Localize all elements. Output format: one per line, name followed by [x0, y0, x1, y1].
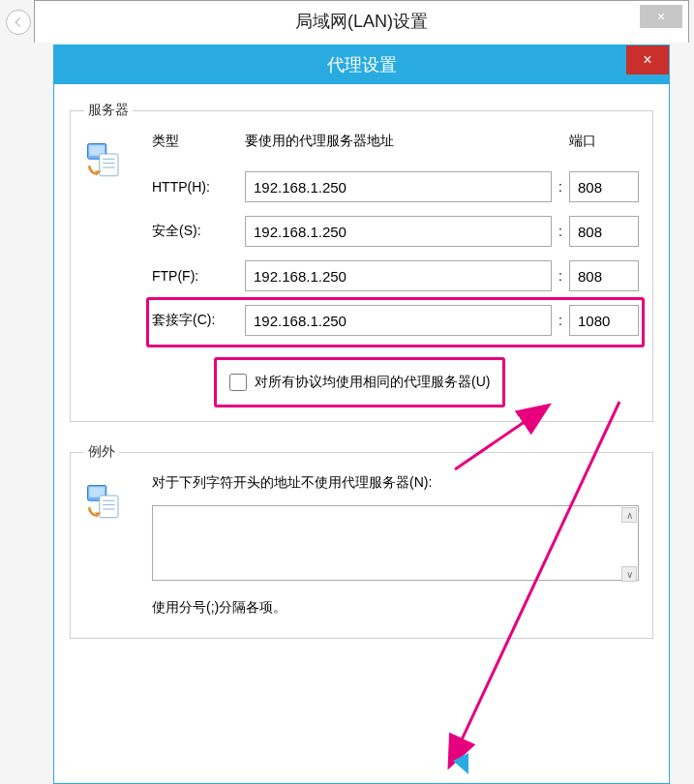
socks-label: 套接字(C): — [152, 312, 245, 329]
ftp-port-input[interactable] — [569, 260, 639, 291]
same-proxy-checkbox[interactable] — [229, 374, 247, 391]
lan-close-button[interactable]: × — [640, 5, 682, 28]
header-address: 要使用的代理服务器地址 — [245, 133, 552, 150]
close-icon: × — [643, 51, 651, 69]
proxy-titlebar: 代理设置 × — [54, 45, 669, 84]
server-group-legend: 服务器 — [84, 102, 133, 119]
http-address-input[interactable] — [245, 171, 552, 202]
colon: : — [552, 313, 569, 328]
http-label: HTTP(H): — [152, 179, 245, 195]
dialog-body: 服务器 类型 要使用的代理服务器地址 端口 — [54, 84, 669, 670]
row-ftp: FTP(F): : — [152, 260, 639, 291]
secure-label: 安全(S): — [152, 223, 245, 240]
proxy-title: 代理设置 — [327, 53, 397, 76]
http-port-input[interactable] — [569, 171, 639, 202]
exceptions-icon — [84, 482, 125, 523]
ftp-address-input[interactable] — [245, 260, 552, 291]
header-type: 类型 — [152, 133, 245, 150]
same-proxy-row[interactable]: 对所有协议均使用相同的代理服务器(U) — [220, 361, 499, 404]
colon: : — [552, 268, 569, 284]
svg-rect-2 — [100, 154, 118, 176]
close-icon: × — [657, 9, 665, 24]
exceptions-note: 使用分号(;)分隔各项。 — [152, 599, 639, 617]
row-socks: 套接字(C): : — [152, 305, 639, 336]
header-port: 端口 — [569, 133, 639, 150]
proxy-settings-dialog: 代理设置 × 服务器 类 — [53, 45, 670, 784]
chevron-left-icon — [12, 15, 25, 29]
lan-settings-window: 局域网(LAN)设置 × — [34, 0, 689, 43]
secure-port-input[interactable] — [569, 216, 639, 247]
exceptions-label: 对于下列字符开头的地址不使用代理服务器(N): — [152, 474, 639, 492]
textarea-scroll-down[interactable]: ∨ — [621, 566, 637, 582]
exceptions-textarea[interactable] — [152, 505, 639, 581]
server-headers: 类型 要使用的代理服务器地址 端口 — [152, 133, 639, 150]
secure-address-input[interactable] — [245, 216, 552, 247]
exceptions-legend: 例外 — [84, 443, 119, 461]
socks-address-input[interactable] — [245, 305, 552, 336]
same-proxy-label: 对所有协议均使用相同的代理服务器(U) — [255, 374, 490, 391]
row-secure: 安全(S): : — [152, 216, 639, 247]
back-button[interactable] — [6, 10, 31, 35]
colon: : — [552, 179, 569, 195]
svg-rect-9 — [100, 496, 118, 518]
colon: : — [552, 224, 569, 239]
row-http: HTTP(H): : — [152, 171, 639, 202]
textarea-scroll-up[interactable]: ∧ — [621, 507, 637, 523]
lan-settings-title: 局域网(LAN)设置 — [35, 1, 688, 42]
server-icon — [84, 140, 125, 181]
server-group: 服务器 类型 要使用的代理服务器地址 端口 — [70, 102, 653, 422]
server-grid: 类型 要使用的代理服务器地址 端口 HTTP(H): : 安全(S): : — [152, 133, 639, 404]
exceptions-body: 对于下列字符开头的地址不使用代理服务器(N): ∧ ∨ 使用分号(;)分隔各项。 — [152, 474, 639, 617]
socks-port-input[interactable] — [569, 305, 639, 336]
exceptions-group: 例外 对于下列字符开头的地址不使用代理服务器(N): ∧ — [70, 443, 653, 639]
proxy-close-button[interactable]: × — [626, 45, 669, 75]
ftp-label: FTP(F): — [152, 268, 245, 284]
